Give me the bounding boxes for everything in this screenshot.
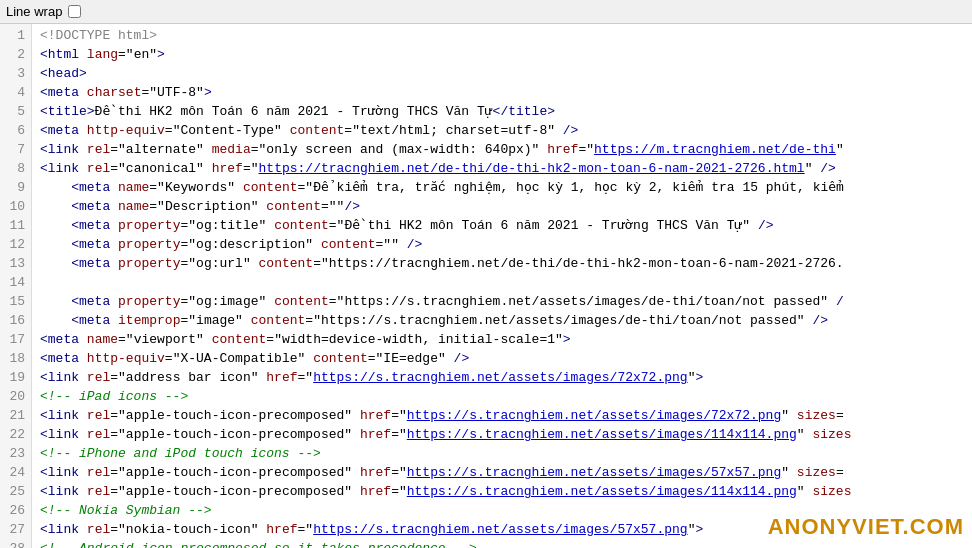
hyperlink[interactable]: https://s.tracnghiem.net/assets/images/7…	[407, 408, 781, 423]
code-line: <!DOCTYPE html>	[40, 26, 972, 45]
code-line: <link rel="nokia-touch-icon" href="https…	[40, 520, 972, 539]
code-line: <meta property="og:image" content="https…	[40, 292, 972, 311]
line-number: 21	[0, 406, 31, 425]
code-line: <meta http-equiv="Content-Type" content=…	[40, 121, 972, 140]
line-number: 28	[0, 539, 31, 548]
line-number: 5	[0, 102, 31, 121]
line-number: 23	[0, 444, 31, 463]
line-number: 26	[0, 501, 31, 520]
hyperlink[interactable]: https://s.tracnghiem.net/assets/images/5…	[313, 522, 687, 537]
hyperlink[interactable]: https://s.tracnghiem.net/assets/images/1…	[407, 427, 797, 442]
line-number: 3	[0, 64, 31, 83]
line-number: 2	[0, 45, 31, 64]
line-numbers: 1234567891011121314151617181920212223242…	[0, 24, 32, 548]
line-wrap-checkbox[interactable]	[68, 5, 81, 18]
code-line: <meta property="og:title" content="Đề th…	[40, 216, 972, 235]
line-number: 24	[0, 463, 31, 482]
code-line: <meta http-equiv="X-UA-Compatible" conte…	[40, 349, 972, 368]
line-number: 15	[0, 292, 31, 311]
code-line: <!-- Nokia Symbian -->	[40, 501, 972, 520]
code-line: <link rel="canonical" href="https://trac…	[40, 159, 972, 178]
code-line	[40, 273, 972, 292]
line-number: 27	[0, 520, 31, 539]
code-line: <meta name="viewport" content="width=dev…	[40, 330, 972, 349]
line-number: 12	[0, 235, 31, 254]
line-wrap-label: Line wrap	[6, 4, 62, 19]
hyperlink[interactable]: https://s.tracnghiem.net/assets/images/7…	[313, 370, 687, 385]
code-line: <!-- Android icon precomposed so it take…	[40, 539, 972, 548]
line-number: 16	[0, 311, 31, 330]
line-number: 11	[0, 216, 31, 235]
hyperlink[interactable]: https://s.tracnghiem.net/assets/images/5…	[407, 465, 781, 480]
code-line: <link rel="apple-touch-icon-precomposed"…	[40, 425, 972, 444]
code-line: <head>	[40, 64, 972, 83]
line-number: 17	[0, 330, 31, 349]
code-area: 1234567891011121314151617181920212223242…	[0, 24, 972, 548]
line-number: 18	[0, 349, 31, 368]
line-number: 1	[0, 26, 31, 45]
code-line: <html lang="en">	[40, 45, 972, 64]
code-line: <link rel="apple-touch-icon-precomposed"…	[40, 463, 972, 482]
line-number: 25	[0, 482, 31, 501]
code-line: <meta name="Keywords" content="Để kiểm t…	[40, 178, 972, 197]
line-number: 20	[0, 387, 31, 406]
toolbar: Line wrap	[0, 0, 972, 24]
line-number: 13	[0, 254, 31, 273]
line-number: 14	[0, 273, 31, 292]
code-line: <!-- iPhone and iPod touch icons -->	[40, 444, 972, 463]
code-line: <link rel="address bar icon" href="https…	[40, 368, 972, 387]
code-line: <title>Đề thi HK2 môn Toán 6 năm 2021 - …	[40, 102, 972, 121]
code-lines: <!DOCTYPE html><html lang="en"><head><me…	[32, 24, 972, 548]
line-number: 8	[0, 159, 31, 178]
code-line: <!-- iPad icons -->	[40, 387, 972, 406]
line-number: 10	[0, 197, 31, 216]
line-number: 22	[0, 425, 31, 444]
code-line: <meta name="Description" content=""/>	[40, 197, 972, 216]
hyperlink[interactable]: https://m.tracnghiem.net/de-thi	[594, 142, 836, 157]
line-number: 9	[0, 178, 31, 197]
line-number: 6	[0, 121, 31, 140]
hyperlink[interactable]: https://tracnghiem.net/de-thi/de-thi-hk2…	[259, 161, 805, 176]
code-line: <meta charset="UTF-8">	[40, 83, 972, 102]
line-number: 19	[0, 368, 31, 387]
code-line: <meta property="og:url" content="https:/…	[40, 254, 972, 273]
line-number: 4	[0, 83, 31, 102]
hyperlink[interactable]: https://s.tracnghiem.net/assets/images/1…	[407, 484, 797, 499]
code-line: <link rel="alternate" media="only screen…	[40, 140, 972, 159]
code-line: <link rel="apple-touch-icon-precomposed"…	[40, 482, 972, 501]
line-number: 7	[0, 140, 31, 159]
code-line: <meta itemprop="image" content="https://…	[40, 311, 972, 330]
code-line: <link rel="apple-touch-icon-precomposed"…	[40, 406, 972, 425]
code-line: <meta property="og:description" content=…	[40, 235, 972, 254]
